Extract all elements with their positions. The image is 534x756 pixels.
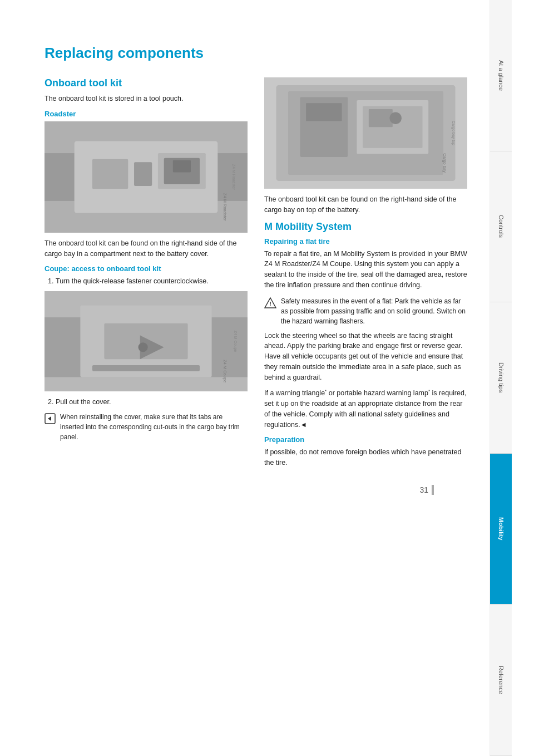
svg-point-28 (389, 112, 401, 124)
roadster-image-inner: Z4 M Roadster (44, 121, 248, 233)
svg-rect-27 (369, 109, 393, 127)
onboard-intro-text: The onboard tool kit is stored in a tool… (44, 94, 248, 104)
roadster-subtitle: Roadster (44, 110, 248, 118)
page-title: Replacing components (44, 45, 467, 62)
safety-text: Lock the steering wheel so that the whee… (264, 331, 467, 383)
coupe-note-box: When reinstalling the cover, make sure t… (44, 412, 248, 442)
svg-rect-7 (173, 160, 191, 172)
sidebar-tab-reference[interactable]: Reference (490, 605, 512, 756)
sidebar-tab-controls-label: Controls (498, 215, 505, 238)
coupe-reinstall-note: When reinstalling the cover, make sure t… (60, 412, 248, 442)
image-watermark-3: Cargo bay top (452, 121, 456, 145)
repairing-subtitle: Repairing a flat tire (264, 237, 467, 246)
sidebar-tab-mobility[interactable]: Mobility (490, 454, 512, 605)
image-watermark-1: Z4 M Roadster (231, 164, 235, 190)
svg-point-14 (139, 342, 148, 352)
svg-rect-24 (306, 103, 342, 121)
image-watermark-2: Z4 M Coupe (234, 331, 238, 352)
svg-text:Z4 M Roadster: Z4 M Roadster (222, 193, 228, 221)
sidebar-tab-at-a-glance[interactable]: At a glance (490, 0, 512, 151)
battery-image: Cargo bay Cargo bay top (264, 77, 467, 189)
two-column-layout: Onboard tool kit The onboard tool kit is… (44, 77, 467, 474)
svg-rect-4 (134, 162, 152, 186)
coupe-steps-list-2: Pull out the cover. (44, 397, 248, 408)
svg-text:!: ! (269, 301, 271, 307)
sidebar-tab-driving-tips[interactable]: Driving tips (490, 302, 512, 454)
coupe-subtitle: Coupe: access to onboard tool kit (44, 264, 248, 273)
main-content: Replacing components Onboard tool kit Th… (0, 0, 490, 756)
preparation-subtitle: Preparation (264, 435, 467, 444)
preparation-text: If possible, do not remove foreign bodie… (264, 447, 467, 468)
sidebar-tab-controls[interactable]: Controls (490, 151, 512, 303)
svg-rect-15 (92, 365, 200, 371)
svg-rect-3 (92, 159, 128, 189)
svg-marker-18 (48, 416, 51, 421)
coupe-image: Z4 M Coupe Z4 M Coupe (44, 291, 248, 391)
left-column: Onboard tool kit The onboard tool kit is… (44, 77, 248, 474)
right-column: Cargo bay Cargo bay top The onboard tool… (264, 77, 467, 474)
safety-note-text: Safety measures in the event of a flat: … (281, 296, 467, 326)
coupe-caption: The onboard tool kit can be found on the… (264, 194, 467, 215)
sidebar-tab-reference-label: Reference (498, 666, 505, 694)
sidebar-tab-at-a-glance-label: At a glance (498, 60, 505, 91)
battery-image-inner: Cargo bay (264, 77, 467, 189)
roadster-image: Z4 M Roadster Z4 M Roadster (44, 121, 248, 233)
safety-text2: If a warning triangle* or portable hazar… (264, 388, 467, 430)
warning-triangle-icon: ! (264, 297, 276, 309)
roadster-caption: The onboard tool kit can be found on the… (44, 238, 248, 259)
page-number: 31 (419, 485, 428, 494)
coupe-steps-list: Turn the quick-release fastener counterc… (44, 276, 248, 287)
coupe-step-1: Turn the quick-release fastener counterc… (56, 276, 248, 287)
coupe-step-2: Pull out the cover. (56, 397, 248, 408)
sidebar: At a glance Controls Driving tips Mobili… (490, 0, 512, 756)
page-number-bar: 31 (44, 485, 467, 495)
page-number-indicator (432, 485, 434, 495)
safety-note-box: ! Safety measures in the event of a flat… (264, 296, 467, 326)
m-mobility-title: M Mobility System (264, 221, 467, 233)
svg-text:Cargo bay: Cargo bay (442, 153, 447, 173)
sidebar-tab-driving-tips-label: Driving tips (498, 362, 505, 392)
arrow-note-icon (44, 413, 56, 424)
sidebar-tab-mobility-label: Mobility (498, 517, 505, 541)
svg-text:Z4 M Coupe: Z4 M Coupe (222, 360, 228, 382)
repairing-text1: To repair a flat tire, an M Mobility Sys… (264, 249, 467, 291)
coupe-image-inner: Z4 M Coupe (44, 291, 248, 391)
onboard-tool-kit-title: Onboard tool kit (44, 77, 248, 89)
